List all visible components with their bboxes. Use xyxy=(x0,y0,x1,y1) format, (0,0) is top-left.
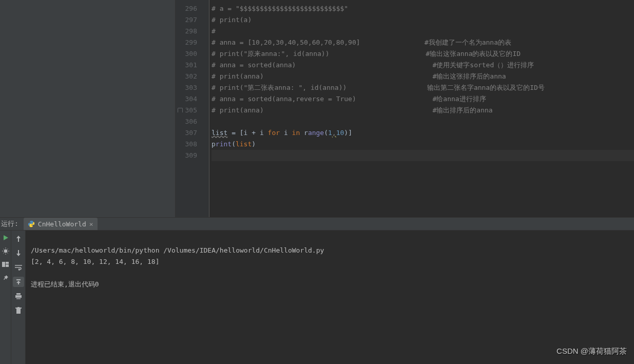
run-tab-label: CnHelloWorld xyxy=(38,220,86,228)
line-number[interactable]: 306 xyxy=(176,116,206,127)
soft-wrap-icon[interactable] xyxy=(13,262,24,273)
line-number[interactable]: 309 xyxy=(176,150,206,161)
console-output[interactable]: /Users/mac/helloworld/bin/python /Volume… xyxy=(26,231,634,364)
svg-rect-8 xyxy=(17,307,20,308)
watermark: CSDN @薄荷猫阿茶 xyxy=(556,346,627,357)
trash-icon[interactable] xyxy=(13,305,24,316)
line-number[interactable]: 300 xyxy=(176,48,206,60)
line-number[interactable]: 297 xyxy=(176,14,206,26)
editor-area[interactable]: 2962972982993003013023033043053063073083… xyxy=(176,0,634,217)
console-line: [2, 4, 6, 8, 10, 12, 14, 16, 18] xyxy=(31,258,159,265)
code-line[interactable]: # anna = sorted(anna) #使用关键字sorted（）进行排序 xyxy=(212,60,634,71)
code-line[interactable] xyxy=(212,150,634,161)
code-line[interactable]: # print(a) xyxy=(212,14,634,26)
line-number[interactable]: 296 xyxy=(176,3,206,14)
close-icon[interactable]: × xyxy=(89,220,93,228)
code-line[interactable] xyxy=(212,116,634,127)
line-number[interactable]: 307 xyxy=(176,127,206,139)
console-line: 进程已结束,退出代码0 xyxy=(31,280,99,288)
console-area: /Users/mac/helloworld/bin/python /Volume… xyxy=(0,231,634,364)
line-number[interactable]: 301 xyxy=(176,60,206,71)
console-right-toolbar xyxy=(11,231,26,364)
svg-rect-0 xyxy=(2,262,5,267)
svg-rect-5 xyxy=(16,297,21,299)
code-area[interactable]: # a = "$$$$$$$$$$$$$$$$$$$$$$$$$$"# prin… xyxy=(209,0,634,217)
code-line[interactable]: # anna = sorted(anna,reverse = True) #给a… xyxy=(212,93,634,105)
console-left-toolbar xyxy=(0,231,11,364)
top-area: 2962972982993003013023033043053063073083… xyxy=(0,0,634,217)
code-line[interactable]: # anna = [10,20,30,40,50,60,70,80,90] #我… xyxy=(212,37,634,48)
svg-rect-6 xyxy=(16,309,21,314)
code-line[interactable]: # a = "$$$$$$$$$$$$$$$$$$$$$$$$$$" xyxy=(212,3,634,14)
line-number[interactable]: 302 xyxy=(176,71,206,82)
line-number[interactable]: 304 xyxy=(176,93,206,105)
line-number[interactable]: 299 xyxy=(176,37,206,48)
code-line[interactable]: # print(anna) #输出排序后的anna xyxy=(212,105,634,116)
code-line[interactable]: # print(anna) #输出这张排序后的anna xyxy=(212,71,634,82)
run-tool-header: 运行: CnHelloWorld × xyxy=(0,217,634,231)
line-number[interactable]: 298 xyxy=(176,26,206,37)
svg-rect-3 xyxy=(16,293,21,295)
svg-rect-1 xyxy=(6,262,9,264)
code-line[interactable]: # xyxy=(212,26,634,37)
svg-rect-2 xyxy=(6,264,9,267)
arrow-up-icon[interactable] xyxy=(13,234,24,244)
svg-rect-7 xyxy=(15,308,22,309)
code-line[interactable]: # print("第二张表anna: ", id(anna)) 输出第二张名字a… xyxy=(212,82,634,93)
console-line: /Users/mac/helloworld/bin/python /Volume… xyxy=(31,246,324,254)
run-icon[interactable] xyxy=(2,234,10,242)
run-label: 运行: xyxy=(1,219,18,228)
line-number[interactable]: 303 xyxy=(176,82,206,93)
code-line[interactable]: print(list) xyxy=(212,139,634,150)
code-line[interactable]: # print("原来anna:", id(anna)) #输出这张anna的表… xyxy=(212,48,634,60)
code-line[interactable]: list = [i + i for i in range(1,10)] xyxy=(212,127,634,139)
editor-gutter: 2962972982993003013023033043053063073083… xyxy=(176,0,206,217)
debug-settings-icon[interactable] xyxy=(2,247,10,255)
scroll-to-end-icon[interactable] xyxy=(13,277,24,287)
print-icon[interactable] xyxy=(13,291,24,301)
run-tab[interactable]: CnHelloWorld × xyxy=(24,218,98,230)
line-number[interactable]: 308 xyxy=(176,139,206,150)
layout-icon[interactable] xyxy=(2,260,10,269)
pin-icon[interactable] xyxy=(2,274,10,282)
line-number[interactable]: 305 xyxy=(176,105,206,116)
project-panel[interactable] xyxy=(0,0,176,217)
arrow-down-icon[interactable] xyxy=(13,248,24,258)
python-icon xyxy=(28,220,35,227)
